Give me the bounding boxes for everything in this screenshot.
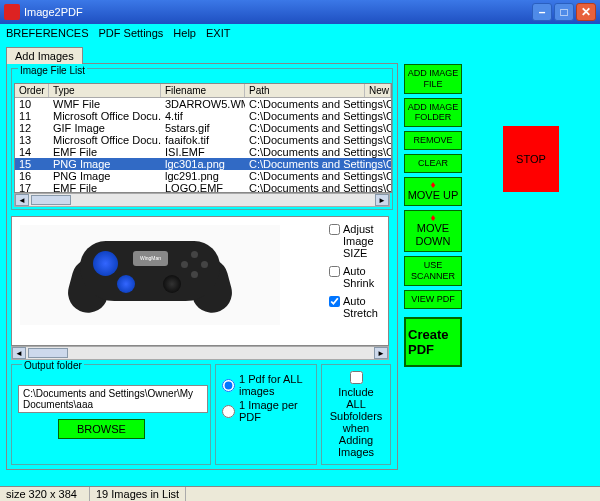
preview-pane: WingMan Adjust Image SIZE Auto Shrink Au… [11,216,389,346]
subfolders-label: Include ALL Subfolders when Adding Image… [330,386,383,458]
auto-shrink-label: Auto Shrink [343,265,380,289]
table-row[interactable]: 16PNG Imagelgc291.pngC:\Documents and Se… [15,170,391,182]
down-arrow-icon: ♦ [406,214,460,222]
gamepad-icon: WingMan [65,233,235,318]
menu-pdf-settings[interactable]: PDF Settings [99,27,164,39]
table-row[interactable]: 12GIF Image5stars.gifC:\Documents and Se… [15,122,391,134]
table-row[interactable]: 13Microsoft Office Docu...faaifok.tifC:\… [15,134,391,146]
status-bar: size 320 x 384 19 Images in List [0,486,600,501]
table-row[interactable]: 14EMF FileISI.EMFC:\Documents and Settin… [15,146,391,158]
file-list-group: Image File List Order Type Filename Path… [11,68,393,210]
preview-options: Adjust Image SIZE Auto Shrink Auto Stret… [327,217,382,345]
clear-button[interactable]: CLEAR [404,154,462,173]
table-row[interactable]: 10WMF File3DARROW5.WMFC:\Documents and S… [15,98,391,110]
radio-per-image[interactable] [222,405,235,418]
file-table: Order Type Filename Path New 10WMF File3… [14,83,392,193]
auto-stretch-label: Auto Stretch [343,295,380,319]
menu-references[interactable]: BREFERENCES [6,27,89,39]
col-path[interactable]: Path [245,84,365,97]
menu-help[interactable]: Help [173,27,196,39]
output-title: Output folder [22,360,84,371]
table-row[interactable]: 11Microsoft Office Docu...4.tifC:\Docume… [15,110,391,122]
up-arrow-icon: ♦ [406,181,460,189]
adjust-size-checkbox[interactable] [329,224,340,235]
auto-stretch-checkbox[interactable] [329,296,340,307]
move-down-button[interactable]: ♦MOVE DOWN [404,210,462,252]
col-order[interactable]: Order [15,84,49,97]
use-scanner-button[interactable]: USE SCANNER [404,256,462,286]
view-pdf-button[interactable]: VIEW PDF [404,290,462,309]
table-row[interactable]: 17EMF FileLOGO.EMFC:\Documents and Setti… [15,182,391,193]
col-filename[interactable]: Filename [161,84,245,97]
add-image-file-button[interactable]: ADD IMAGE FILE [404,64,462,94]
minimize-button[interactable]: – [532,3,552,21]
preview-scrollbar[interactable]: ◄► [11,346,389,360]
subfolders-group: Include ALL Subfolders when Adding Image… [321,364,391,465]
subfolders-checkbox[interactable] [350,371,363,384]
button-column: ADD IMAGE FILE ADD IMAGE FOLDER REMOVE C… [404,64,462,486]
table-scrollbar[interactable]: ◄► [14,193,390,207]
window-title: Image2PDF [24,6,83,18]
preview-image: WingMan [20,225,280,325]
app-icon [4,4,20,20]
radio-one-pdf[interactable] [222,379,235,392]
auto-shrink-checkbox[interactable] [329,266,340,277]
main-area: Add Images Image File List Order Type Fi… [0,42,600,486]
pdf-options-group: 1 Pdf for ALL images 1 Image per PDF [215,364,317,465]
output-path-field[interactable]: C:\Documents and Settings\Owner\My Docum… [18,385,208,413]
status-size: size 320 x 384 [0,487,90,501]
table-row[interactable]: 15PNG Imagelgc301a.pngC:\Documents and S… [15,158,391,170]
browse-button[interactable]: BROWSE [58,419,145,439]
titlebar: Image2PDF – □ ✕ [0,0,600,24]
maximize-button[interactable]: □ [554,3,574,21]
move-up-button[interactable]: ♦MOVE UP [404,177,462,206]
menu-exit[interactable]: EXIT [206,27,230,39]
stop-button[interactable]: STOP [503,126,559,192]
menubar: BREFERENCES PDF Settings Help EXIT [0,24,600,42]
tab-add-images[interactable]: Add Images [6,47,83,64]
radio-one-pdf-label: 1 Pdf for ALL images [239,373,310,397]
radio-per-image-label: 1 Image per PDF [239,399,310,423]
create-pdf-button[interactable]: Create PDF [404,317,462,367]
table-header: Order Type Filename Path New [15,84,391,98]
col-type[interactable]: Type [49,84,161,97]
add-image-folder-button[interactable]: ADD IMAGE FOLDER [404,98,462,128]
status-count: 19 Images in List [90,487,186,501]
output-folder-group: Output folder C:\Documents and Settings\… [11,364,211,465]
adjust-size-label: Adjust Image SIZE [343,223,380,259]
close-button[interactable]: ✕ [576,3,596,21]
file-list-title: Image File List [18,65,87,76]
col-new[interactable]: New [365,84,391,97]
remove-button[interactable]: REMOVE [404,131,462,150]
